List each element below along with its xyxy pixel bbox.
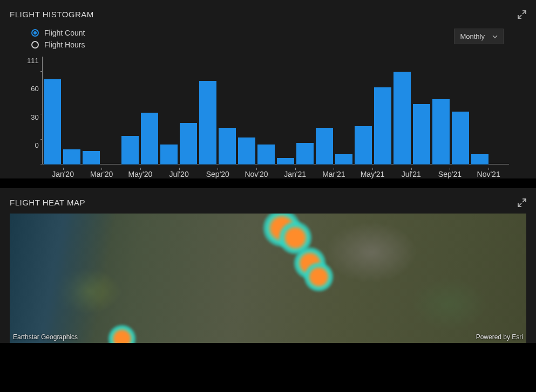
bar[interactable]	[277, 158, 294, 164]
bar[interactable]	[374, 87, 391, 164]
histogram-controls: Flight Count Flight Hours Monthly	[0, 25, 536, 54]
radio-flight-count[interactable]: Flight Count	[31, 29, 85, 37]
bar[interactable]	[432, 99, 450, 164]
heat-map[interactable]: Earthstar Geographics Powered by Esri	[10, 214, 526, 343]
y-tick-label: 111	[27, 57, 39, 65]
panel-header: FLIGHT HEAT MAP	[0, 188, 536, 214]
x-tick-label: Jul'21	[392, 170, 431, 178]
metric-radio-group: Flight Count Flight Hours	[31, 29, 85, 49]
y-axis: 11160300	[27, 57, 42, 149]
bar[interactable]	[335, 154, 352, 164]
x-tick-label: Jul'20	[160, 170, 199, 178]
bar[interactable]	[471, 154, 488, 164]
plot-area: Jan'20Mar'20May'20Jul'20Sep'20Nov'20Jan'…	[42, 57, 509, 164]
radio-unchecked-icon	[31, 41, 39, 49]
bar[interactable]	[219, 128, 236, 164]
panel-header: FLIGHT HISTOGRAM	[0, 0, 536, 25]
x-tick-label: May'20	[121, 170, 160, 178]
bar[interactable]	[296, 143, 314, 164]
bar[interactable]	[141, 113, 158, 164]
interval-dropdown-value: Monthly	[460, 32, 485, 40]
radio-flight-hours[interactable]: Flight Hours	[31, 40, 85, 49]
bar[interactable]	[316, 128, 333, 164]
bar[interactable]	[257, 145, 275, 164]
x-tick-label: Sep'20	[198, 170, 237, 178]
bar[interactable]	[63, 149, 80, 164]
histogram-chart: 11160300 Jan'20Mar'20May'20Jul'20Sep'20N…	[0, 54, 536, 178]
heatmap-title: FLIGHT HEAT MAP	[10, 198, 85, 207]
map-container: Earthstar Geographics Powered by Esri	[0, 214, 536, 343]
y-tick-label: 0	[35, 141, 38, 149]
bar[interactable]	[44, 79, 61, 164]
bar[interactable]	[180, 123, 197, 164]
histogram-title: FLIGHT HISTOGRAM	[10, 10, 94, 19]
x-tick-label: May'21	[353, 170, 392, 178]
map-attribution-right: Powered by Esri	[476, 333, 523, 341]
bar[interactable]	[413, 104, 430, 164]
x-tick-label: Jan'20	[44, 170, 83, 178]
radio-flight-count-label: Flight Count	[44, 29, 85, 37]
bar[interactable]	[83, 151, 100, 164]
radio-flight-hours-label: Flight Hours	[44, 40, 85, 49]
x-tick-label: Sep'21	[431, 170, 470, 178]
y-tick-label: 60	[31, 85, 38, 93]
x-tick-label: Jan'21	[276, 170, 315, 178]
heat-blob	[304, 262, 334, 292]
bar[interactable]	[393, 72, 411, 164]
bars-container	[43, 72, 509, 164]
bar[interactable]	[452, 112, 469, 164]
x-tick-label: Nov'20	[237, 170, 276, 178]
bar[interactable]	[160, 145, 178, 164]
expand-icon[interactable]	[518, 198, 526, 207]
map-attribution-left: Earthstar Geographics	[13, 333, 78, 341]
bar[interactable]	[199, 81, 216, 164]
expand-icon[interactable]	[518, 10, 526, 19]
x-axis: Jan'20Mar'20May'20Jul'20Sep'20Nov'20Jan'…	[43, 170, 509, 178]
flight-histogram-panel: FLIGHT HISTOGRAM Flight Count Flight Hou…	[0, 0, 536, 178]
bar[interactable]	[355, 126, 372, 164]
x-tick-label: Mar'21	[315, 170, 354, 178]
radio-checked-icon	[31, 29, 39, 37]
bar[interactable]	[121, 136, 139, 164]
y-tick-label: 30	[31, 113, 38, 121]
flight-heatmap-panel: FLIGHT HEAT MAP Earthstar Geographics Po…	[0, 188, 536, 343]
x-tick-label: Nov'21	[469, 170, 508, 178]
interval-dropdown[interactable]: Monthly	[454, 29, 504, 44]
bar[interactable]	[238, 137, 255, 164]
x-tick-label: Mar'20	[82, 170, 121, 178]
chevron-down-icon	[492, 34, 498, 39]
